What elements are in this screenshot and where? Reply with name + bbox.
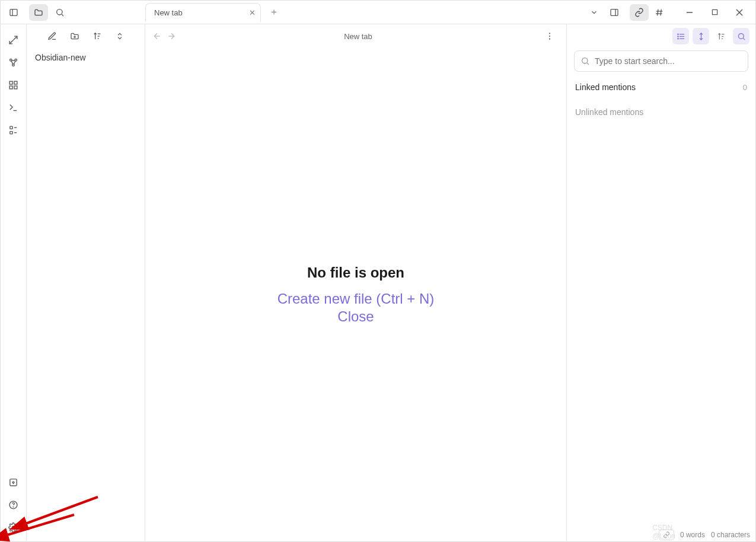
canvas-icon[interactable] — [4, 76, 23, 93]
svg-line-19 — [14, 60, 15, 64]
search-field[interactable] — [595, 56, 742, 66]
new-folder-icon[interactable] — [66, 28, 83, 44]
svg-point-49 — [677, 36, 678, 36]
tags-view-icon[interactable] — [650, 4, 669, 21]
svg-rect-20 — [9, 81, 12, 84]
svg-line-56 — [743, 38, 745, 40]
file-explorer: Obsidian-new — [27, 24, 145, 541]
create-new-file-link[interactable]: Create new file (Ctrl + N) — [277, 291, 435, 307]
editor-title: New tab — [176, 32, 540, 41]
linked-mentions-header[interactable]: Linked mentions 0 — [575, 79, 747, 95]
graph-view-icon[interactable] — [4, 54, 23, 71]
files-tab-icon[interactable] — [29, 4, 48, 21]
svg-point-34 — [12, 526, 14, 528]
window-maximize-button[interactable] — [702, 3, 727, 22]
word-count: 0 words — [680, 531, 705, 539]
linked-mentions-count: 0 — [743, 83, 747, 92]
tab-new[interactable]: New tab ✕ — [145, 3, 261, 22]
svg-rect-21 — [14, 81, 17, 84]
nav-back-icon[interactable] — [152, 31, 162, 41]
svg-rect-22 — [9, 85, 12, 88]
titlebar: New tab ✕ ＋ — [1, 1, 755, 24]
command-palette-icon[interactable] — [4, 99, 23, 116]
svg-rect-4 — [611, 9, 618, 15]
search-icon — [580, 56, 590, 66]
svg-point-50 — [677, 38, 678, 39]
char-count: 0 characters — [711, 531, 750, 539]
svg-rect-11 — [712, 9, 717, 14]
vault-icon[interactable] — [4, 474, 23, 490]
templates-icon[interactable] — [4, 122, 23, 138]
svg-rect-25 — [10, 126, 12, 129]
help-icon[interactable] — [4, 496, 23, 513]
quick-switcher-icon[interactable] — [4, 31, 23, 48]
window-close-button[interactable] — [727, 3, 752, 22]
ribbon — [1, 24, 27, 541]
sort-results-icon[interactable] — [713, 28, 729, 44]
search-tab-icon[interactable] — [50, 4, 69, 21]
sort-icon[interactable] — [89, 28, 106, 44]
svg-point-2 — [57, 9, 62, 14]
expand-collapse-icon[interactable] — [693, 28, 709, 44]
more-options-icon[interactable] — [540, 28, 559, 44]
backlinks-view-icon[interactable] — [630, 4, 649, 21]
window-minimize-button[interactable] — [677, 3, 702, 22]
unlinked-mentions-header[interactable]: Unlinked mentions — [575, 104, 747, 120]
svg-point-57 — [582, 58, 588, 63]
svg-rect-29 — [10, 479, 17, 485]
nav-forward-icon[interactable] — [167, 31, 176, 41]
svg-line-6 — [658, 9, 658, 15]
empty-state-title: No file is open — [307, 264, 404, 281]
svg-point-43 — [549, 36, 550, 37]
status-bar: CSDN @Leon 0 words 0 characters — [656, 528, 752, 541]
backlinks-search-input[interactable] — [574, 50, 748, 72]
vault-name[interactable]: Obsidian-new — [35, 53, 136, 62]
watermark: CSDN @Leon — [652, 524, 675, 540]
svg-point-55 — [738, 33, 744, 39]
left-sidebar-toggle-icon[interactable] — [4, 4, 23, 21]
svg-line-3 — [62, 14, 63, 16]
svg-line-18 — [11, 60, 13, 64]
tab-history-chevron-icon[interactable] — [585, 4, 604, 21]
svg-point-42 — [549, 33, 550, 34]
right-sidebar: Linked mentions 0 Unlinked mentions — [567, 24, 755, 541]
list-view-icon[interactable] — [672, 28, 689, 44]
svg-rect-0 — [10, 9, 17, 15]
new-note-icon[interactable] — [44, 28, 60, 44]
svg-point-30 — [12, 482, 14, 483]
svg-point-33 — [13, 506, 14, 507]
search-filter-icon[interactable] — [733, 28, 749, 44]
svg-point-48 — [677, 34, 678, 34]
svg-line-58 — [587, 63, 589, 65]
svg-point-44 — [549, 39, 550, 40]
close-link[interactable]: Close — [337, 308, 374, 325]
right-sidebar-toggle-icon[interactable] — [605, 4, 624, 21]
close-tab-icon[interactable]: ✕ — [249, 8, 256, 17]
collapse-icon[interactable] — [111, 28, 128, 44]
editor-pane: New tab No file is open Create new file … — [145, 24, 567, 541]
svg-rect-26 — [10, 131, 12, 133]
tab-label: New tab — [154, 8, 183, 17]
svg-line-7 — [661, 9, 661, 15]
settings-icon[interactable] — [4, 519, 23, 535]
new-tab-button[interactable]: ＋ — [266, 4, 282, 21]
svg-rect-23 — [14, 85, 17, 88]
main-content: Obsidian-new New tab No file is open Cre… — [1, 24, 755, 541]
